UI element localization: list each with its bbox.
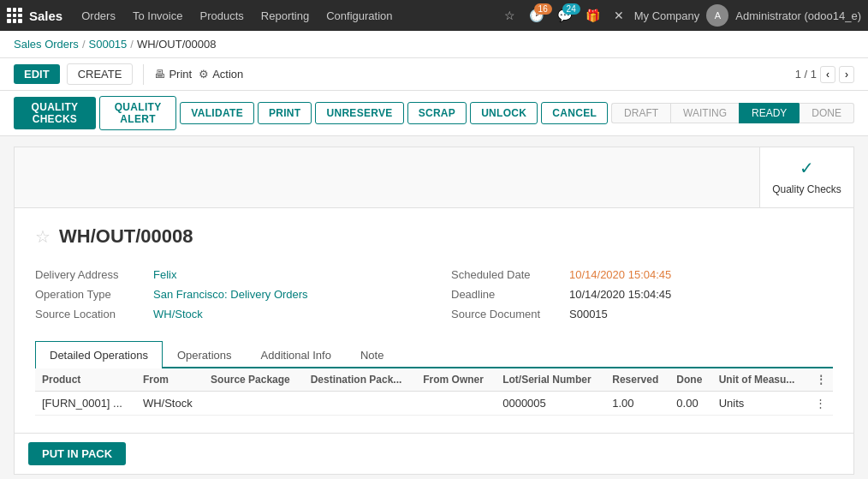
col-from-owner: From Owner [416, 368, 496, 392]
col-product: Product [35, 368, 136, 392]
btn-quality-checks[interactable]: QUALITY CHECKS [14, 97, 96, 129]
topnav-menu: Orders To Invoice Products Reporting Con… [73, 0, 401, 31]
delivery-address-label: Delivery Address [35, 268, 146, 281]
record-title: WH/OUT/00008 [59, 225, 193, 248]
menu-orders[interactable]: Orders [73, 0, 124, 31]
put-in-pack-button[interactable]: PUT IN PACK [28, 442, 126, 465]
menu-toinvoice[interactable]: To Invoice [124, 0, 192, 31]
pager: 1 / 1 ‹ › [795, 66, 854, 83]
quality-checks-panel: ✓ Quality Checks [14, 147, 854, 208]
breadcrumb-sep2: / [130, 38, 134, 51]
breadcrumb-sep1: / [82, 38, 86, 51]
print-icon: 🖶 [154, 68, 165, 81]
menu-products[interactable]: Products [191, 0, 252, 31]
status-stages: DRAFT WAITING READY DONE [611, 103, 854, 123]
create-button[interactable]: CREATE [67, 63, 134, 85]
clock-icon[interactable]: 🕑 16 [526, 9, 547, 22]
stage-draft[interactable]: DRAFT [611, 103, 670, 123]
cell-lot-serial: 0000005 [496, 391, 605, 415]
toolbar-separator [143, 64, 144, 85]
scheduled-date-label: Scheduled Date [451, 268, 562, 281]
stage-ready[interactable]: READY [739, 103, 799, 123]
topnav-right: ☆ 🕑 16 💬 24 🎁 ✕ My Company A Administrat… [501, 4, 861, 27]
status-bar: QUALITY CHECKS QUALITY ALERT VALIDATE PR… [0, 91, 868, 136]
tabs: Detailed Operations Operations Additiona… [35, 341, 833, 368]
deadline-label: Deadline [451, 288, 562, 301]
clock-badge: 16 [534, 3, 552, 15]
btn-cancel[interactable]: CANCEL [541, 102, 608, 124]
topnav: Sales Orders To Invoice Products Reporti… [0, 0, 868, 31]
chat-icon[interactable]: 💬 24 [554, 9, 575, 22]
btn-validate[interactable]: VALIDATE [180, 102, 254, 124]
source-location-label: Source Location [35, 308, 146, 320]
breadcrumb-sales-orders[interactable]: Sales Orders [14, 38, 79, 51]
tab-operations[interactable]: Operations [163, 341, 247, 368]
col-unit: Unit of Measu... [712, 368, 808, 392]
main-toolbar: EDIT CREATE 🖶 Print ⚙ Action 1 / 1 ‹ › [0, 58, 868, 91]
star-icon[interactable]: ☆ [501, 9, 519, 22]
print-label: Print [169, 68, 192, 81]
cell-done[interactable]: 0.00 [669, 391, 711, 415]
menu-reporting[interactable]: Reporting [253, 0, 318, 31]
cell-product: [FURN_0001] ... [35, 391, 136, 415]
deadline-value: 10/14/2020 15:04:45 [569, 288, 671, 301]
app-switcher[interactable] [7, 8, 22, 23]
form-content: ☆ WH/OUT/00008 Delivery Address Felix Op… [14, 208, 854, 434]
scheduled-date-row: Scheduled Date 10/14/2020 15:04:45 [451, 265, 833, 284]
col-actions-header: ⋮ [808, 368, 833, 392]
pager-prev[interactable]: ‹ [820, 66, 835, 83]
col-reserved: Reserved [605, 368, 669, 392]
username[interactable]: Administrator (odoo14_e) [735, 9, 861, 22]
operation-type-label: Operation Type [35, 288, 146, 301]
col-source-package: Source Package [204, 368, 304, 392]
breadcrumb-current: WH/OUT/00008 [137, 38, 216, 51]
table-row: [FURN_0001] ... WH/Stock 0000005 1.00 0.… [35, 391, 833, 415]
btn-unlock[interactable]: UNLOCK [470, 102, 538, 124]
btn-print[interactable]: PRINT [258, 102, 312, 124]
delivery-address-value[interactable]: Felix [153, 268, 176, 281]
app-name: Sales [29, 9, 62, 23]
operations-table: Product From Source Package Destination … [35, 368, 833, 416]
gift-icon[interactable]: 🎁 [582, 9, 603, 22]
favorite-star-icon[interactable]: ☆ [35, 226, 51, 247]
stage-done[interactable]: DONE [799, 103, 854, 123]
toolbar-right: 1 / 1 ‹ › [795, 66, 854, 83]
cell-reserved: 1.00 [605, 391, 669, 415]
print-action[interactable]: 🖶 Print [154, 68, 192, 81]
source-document-label: Source Document [451, 308, 562, 320]
stage-waiting[interactable]: WAITING [670, 103, 739, 123]
user-avatar[interactable]: A [706, 4, 728, 27]
col-lot-serial: Lot/Serial Number [496, 368, 605, 392]
menu-configuration[interactable]: Configuration [318, 0, 401, 31]
gear-icon: ⚙ [199, 68, 209, 81]
btn-quality-alert[interactable]: QUALITY ALERT [99, 96, 176, 130]
edit-button[interactable]: EDIT [14, 64, 60, 84]
close-icon[interactable]: ✕ [610, 9, 627, 22]
cell-from: WH/Stock [136, 391, 204, 415]
source-location-value[interactable]: WH/Stock [153, 308, 203, 320]
qc-panel-main [15, 147, 759, 207]
action-dropdown[interactable]: ⚙ Action [199, 68, 243, 81]
operation-type-row: Operation Type San Francisco: Delivery O… [35, 284, 417, 304]
tab-note[interactable]: Note [346, 341, 398, 368]
source-document-row: Source Document S00015 [451, 304, 833, 324]
chat-badge: 24 [562, 3, 580, 15]
company-name[interactable]: My Company [634, 9, 700, 22]
col-from: From [136, 368, 204, 392]
cell-from-owner [416, 391, 496, 415]
operation-type-value[interactable]: San Francisco: Delivery Orders [153, 288, 308, 301]
btn-scrap[interactable]: SCRAP [407, 102, 467, 124]
fields-right: Scheduled Date 10/14/2020 15:04:45 Deadl… [451, 265, 833, 324]
pager-next[interactable]: › [839, 66, 854, 83]
tab-additional-info[interactable]: Additional Info [247, 341, 346, 368]
row-actions-menu[interactable]: ⋮ [808, 391, 833, 415]
col-dest-pack: Destination Pack... [304, 368, 417, 392]
tab-detailed-operations[interactable]: Detailed Operations [35, 341, 163, 368]
fields-left: Delivery Address Felix Operation Type Sa… [35, 265, 417, 324]
btn-unreserve[interactable]: UNRESERVE [315, 102, 403, 124]
quality-checks-button[interactable]: ✓ Quality Checks [759, 147, 853, 207]
breadcrumb-s00015[interactable]: S00015 [89, 38, 128, 51]
form-fields: Delivery Address Felix Operation Type Sa… [35, 265, 833, 324]
scheduled-date-value: 10/14/2020 15:04:45 [569, 268, 671, 281]
source-location-row: Source Location WH/Stock [35, 304, 417, 324]
